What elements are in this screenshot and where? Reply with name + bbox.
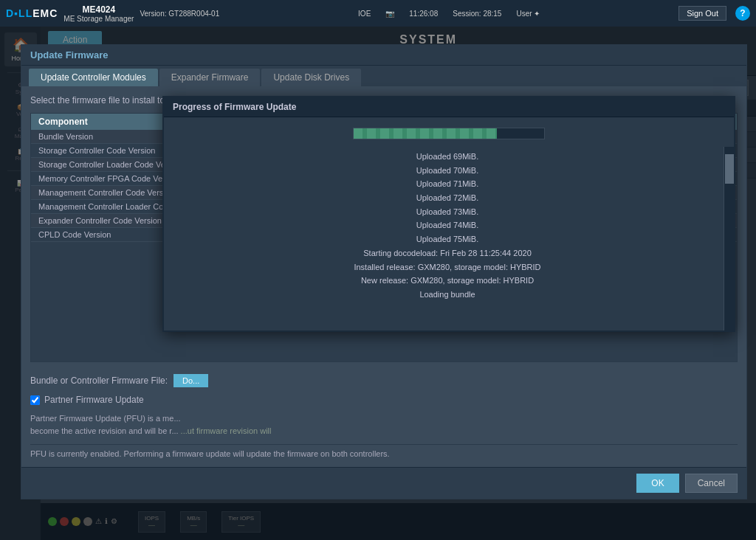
firmware-tab-bar: Update Controller Modules Expander Firmw… bbox=[21, 66, 746, 86]
fw-info-text: Partner Firmware Update (PFU) is a me...… bbox=[30, 412, 738, 437]
fw-ok-button[interactable]: OK bbox=[636, 474, 678, 493]
pfu-checkbox[interactable] bbox=[30, 395, 40, 405]
dell-logo: D▪LLEMC bbox=[6, 7, 58, 19]
header-right: Sign Out ? bbox=[678, 6, 750, 21]
progress-log-area: Uploaded 69MiB. Uploaded 70MiB. Uploaded… bbox=[164, 147, 734, 330]
progress-bar-outer bbox=[353, 128, 545, 139]
log-line-3: Uploaded 71MiB. bbox=[177, 177, 718, 191]
progress-bar-inner bbox=[354, 128, 497, 139]
fw-tab-disk[interactable]: Update Disk Drives bbox=[261, 69, 361, 86]
fw-pfu-text: PFU is currently enabled. Performing a f… bbox=[30, 444, 738, 458]
log-line-6: Uploaded 74MiB. bbox=[177, 218, 718, 232]
firmware-dialog-title: Update Firmware bbox=[21, 45, 746, 66]
log-line-8: Starting docodeload: Fri Feb 28 11:25:44… bbox=[177, 246, 718, 260]
progress-dialog: Progress of Firmware Update Uploaded 69M… bbox=[162, 96, 735, 332]
fw-bundle-row: Bundle or Controller Firmware File: Do..… bbox=[30, 374, 738, 387]
time-display: 11:26:08 bbox=[409, 10, 438, 18]
device-info: ME4024 ME Storage Manager bbox=[63, 4, 134, 23]
log-line-1: Uploaded 69MiB. bbox=[177, 150, 718, 164]
brand-area: D▪LLEMC ME4024 ME Storage Manager Versio… bbox=[6, 4, 219, 23]
version-info: Version: GT288R004-01 bbox=[140, 10, 219, 18]
log-line-5: Uploaded 73MiB. bbox=[177, 205, 718, 219]
log-line-2: Uploaded 70MiB. bbox=[177, 164, 718, 178]
fw-checkbox-row: Partner Firmware Update bbox=[30, 395, 738, 405]
fw-browse-button[interactable]: Do... bbox=[173, 374, 208, 387]
progress-log-text: Uploaded 69MiB. Uploaded 70MiB. Uploaded… bbox=[171, 147, 724, 330]
log-line-9: Installed release: GXM280, storage model… bbox=[177, 260, 718, 274]
fw-cancel-button[interactable]: Cancel bbox=[685, 474, 738, 493]
fw-tab-controller[interactable]: Update Controller Modules bbox=[29, 69, 158, 86]
version-label: Version: GT288R004-01 bbox=[140, 10, 219, 18]
progress-scrollbar-thumb bbox=[725, 154, 734, 184]
sign-out-button[interactable]: Sign Out bbox=[678, 6, 726, 21]
ioe-label: IOE bbox=[358, 10, 371, 18]
progress-scrollbar[interactable] bbox=[724, 147, 734, 330]
header-center: IOE 📷 11:26:08 Session: 28:15 User ✦ bbox=[358, 10, 540, 18]
fw-tab-expander[interactable]: Expander Firmware bbox=[159, 69, 261, 86]
header-bar: D▪LLEMC ME4024 ME Storage Manager Versio… bbox=[0, 0, 756, 27]
progress-bar-area bbox=[164, 117, 734, 147]
device-name: ME4024 bbox=[63, 4, 134, 15]
log-line-10: New release: GXM280, storage model: HYBR… bbox=[177, 274, 718, 288]
help-button[interactable]: ? bbox=[735, 6, 750, 21]
app-name: ME Storage Manager bbox=[63, 15, 134, 23]
fw-footer: OK Cancel bbox=[21, 467, 746, 499]
progress-dialog-title: Progress of Firmware Update bbox=[164, 97, 734, 117]
fw-bundle-label: Bundle or Controller Firmware File: bbox=[30, 375, 168, 386]
log-line-7: Uploaded 75MiB. bbox=[177, 232, 718, 246]
thumbnail-placeholder: 📷 bbox=[385, 10, 394, 18]
log-line-4: Uploaded 72MiB. bbox=[177, 191, 718, 205]
pfu-checkbox-label: Partner Firmware Update bbox=[44, 395, 144, 405]
user-display: User ✦ bbox=[516, 10, 540, 18]
session-display: Session: 28:15 bbox=[453, 10, 501, 18]
log-line-11: Loading bundle bbox=[177, 288, 718, 302]
